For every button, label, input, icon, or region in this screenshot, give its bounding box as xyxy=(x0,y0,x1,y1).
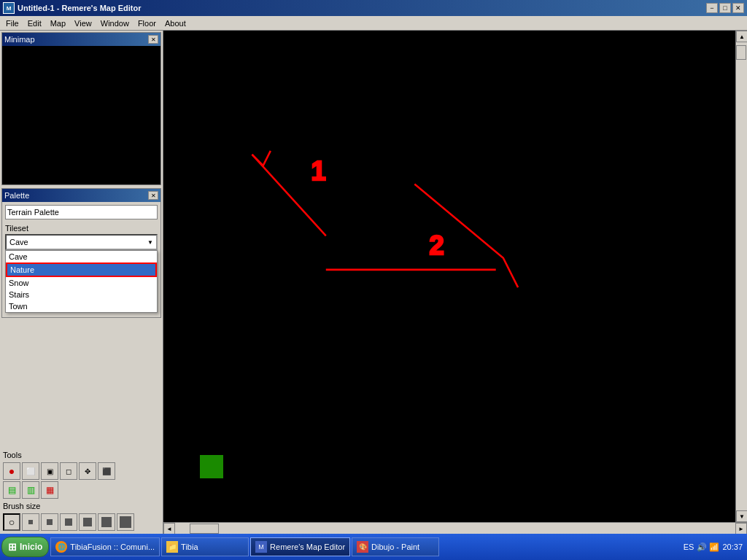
palette-window: Palette ✕ Terrain Palette Doodad Palette… xyxy=(1,188,161,318)
brush-size-xl[interactable] xyxy=(117,513,134,531)
minimap-titlebar: Minimap ✕ xyxy=(2,33,160,46)
tileset-dropdown-arrow-icon: ▼ xyxy=(147,239,153,246)
minimize-button[interactable]: − xyxy=(706,3,718,13)
taskbar-tray: ES 🔊 📶 20:37 xyxy=(681,542,746,552)
tool-green2[interactable]: ▥ xyxy=(22,481,39,499)
restore-button[interactable]: □ xyxy=(719,3,731,13)
tool-eraser[interactable]: ⬜ xyxy=(22,462,39,480)
taskbar-item-tibiafusion[interactable]: 🌐 TibiaFusion :: Comuni... xyxy=(50,537,160,556)
tool-red1[interactable]: ▦ xyxy=(41,481,58,499)
palette-titlebar: Palette ✕ xyxy=(2,189,160,202)
brush-label: Brush size xyxy=(3,502,160,510)
left-panel-spacer xyxy=(0,319,163,448)
tileset-option-stairs[interactable]: Stairs xyxy=(6,289,157,300)
minimap-content xyxy=(2,46,160,184)
red-tool-1-icon: ▦ xyxy=(46,485,54,495)
fill-icon: ▣ xyxy=(47,467,53,475)
brush-size-tiny[interactable] xyxy=(22,513,39,531)
tool-move[interactable]: ✥ xyxy=(79,462,96,480)
green-tool-1-icon: ▤ xyxy=(8,485,16,495)
tool-stamp[interactable]: ⬛ xyxy=(98,462,115,480)
tools-label: Tools xyxy=(3,451,160,459)
minimap-title: Minimap xyxy=(4,35,35,44)
menu-floor[interactable]: Floor xyxy=(133,18,160,29)
left-panel: Minimap ✕ Palette ✕ Terrain Palette Dood… xyxy=(0,31,163,534)
tool-green1[interactable]: ▤ xyxy=(3,481,20,499)
svg-text:2: 2 xyxy=(430,230,444,260)
menu-about[interactable]: About xyxy=(160,18,190,29)
minimap-close-button[interactable]: ✕ xyxy=(148,35,158,44)
scroll-thumb-v[interactable] xyxy=(736,45,746,60)
pencil-icon: ● xyxy=(9,465,15,477)
editor-icon: M xyxy=(255,541,267,553)
tibiafusion-icon: 🌐 xyxy=(55,541,67,553)
close-button[interactable]: ✕ xyxy=(732,3,744,13)
terrain-palette-select[interactable]: Terrain Palette Doodad Palette Item Pale… xyxy=(5,205,158,219)
menu-view[interactable]: View xyxy=(70,18,96,29)
tools-section: Tools ● ⬜ ▣ ◻ ✥ ⬛ xyxy=(0,448,163,534)
clock: 20:37 xyxy=(722,542,743,551)
tileset-option-cave[interactable]: Cave xyxy=(6,251,157,262)
tileset-option-nature[interactable]: Nature xyxy=(6,262,157,277)
brush-size-lg[interactable] xyxy=(98,513,115,531)
canvas-annotations: 1 2 xyxy=(163,31,747,522)
brush-sm1-icon xyxy=(47,519,53,525)
tray-icons: 🔊 📶 xyxy=(697,542,719,552)
taskbar-item-paint[interactable]: 🎨 Dibujo - Paint xyxy=(352,537,439,556)
palette-close-button[interactable]: ✕ xyxy=(148,191,158,200)
paint-label: Dibujo - Paint xyxy=(371,542,419,551)
canvas-container: 1 2 ▲ xyxy=(163,31,747,534)
scroll-track-h xyxy=(175,523,735,534)
tool-select[interactable]: ◻ xyxy=(60,462,77,480)
green-tool-2-icon: ▥ xyxy=(27,485,35,495)
svg-text:1: 1 xyxy=(311,156,326,186)
app-icon: M xyxy=(3,2,15,14)
svg-line-0 xyxy=(252,155,326,236)
taskbar: ⊞ Inicio 🌐 TibiaFusion :: Comuni... 📁 Ti… xyxy=(0,534,747,560)
tileset-label: Tileset xyxy=(5,224,158,233)
tileset-dropdown-container: Cave ▼ Cave Nature Snow Stairs Town xyxy=(5,234,158,250)
tileset-option-snow[interactable]: Snow xyxy=(6,277,157,289)
menu-file[interactable]: File xyxy=(1,18,23,29)
scroll-right-button[interactable]: ► xyxy=(735,523,747,534)
canvas-and-scrollbar: 1 2 ▲ xyxy=(163,31,747,522)
window-title: Untitled-1 - Remere's Map Editor xyxy=(18,4,141,12)
tileset-selected-value: Cave xyxy=(9,238,28,246)
taskbar-item-tibia[interactable]: 📁 Tibia xyxy=(161,537,249,556)
scroll-down-button[interactable]: ▼ xyxy=(736,510,747,522)
scroll-track-v xyxy=(736,42,747,510)
paint-icon: 🎨 xyxy=(357,541,368,553)
minimap-window: Minimap ✕ xyxy=(1,32,161,185)
windows-icon: ⊞ xyxy=(8,541,17,553)
brush-size-md[interactable] xyxy=(79,513,96,531)
move-icon: ✥ xyxy=(85,467,90,475)
title-bar-text: M Untitled-1 - Remere's Map Editor xyxy=(3,2,141,14)
tool-pencil[interactable]: ● xyxy=(3,462,20,480)
select-icon: ◻ xyxy=(66,467,71,475)
tileset-option-town[interactable]: Town xyxy=(6,300,157,312)
menu-bar: File Edit Map View Window Floor About xyxy=(0,16,747,31)
brush-size-sm2[interactable] xyxy=(60,513,77,531)
canvas-area[interactable]: 1 2 ▲ xyxy=(163,31,747,522)
start-button[interactable]: ⊞ Inicio xyxy=(1,537,49,557)
menu-window[interactable]: Window xyxy=(96,18,133,29)
tool-fill[interactable]: ▣ xyxy=(41,462,58,480)
menu-edit[interactable]: Edit xyxy=(23,18,46,29)
eraser-icon: ⬜ xyxy=(26,467,35,475)
scroll-thumb-h[interactable] xyxy=(190,524,219,534)
brush-size-sm1[interactable] xyxy=(41,513,58,531)
brush-size-circle-active[interactable]: ○ xyxy=(3,513,20,531)
brush-row: ○ xyxy=(3,513,160,531)
vertical-scrollbar[interactable]: ▲ ▼ xyxy=(735,31,747,522)
taskbar-item-editor[interactable]: M Remere's Map Editor xyxy=(250,537,350,556)
tileset-selected-display[interactable]: Cave ▼ xyxy=(5,234,158,250)
scroll-up-button[interactable]: ▲ xyxy=(736,31,747,42)
menu-map[interactable]: Map xyxy=(46,18,70,29)
tibia-label: Tibia xyxy=(181,542,198,551)
stamp-icon: ⬛ xyxy=(102,467,111,475)
title-bar: M Untitled-1 - Remere's Map Editor − □ ✕ xyxy=(0,0,747,16)
tools-row-2: ▤ ▥ ▦ xyxy=(3,481,160,499)
scroll-left-button[interactable]: ◄ xyxy=(163,523,175,534)
horizontal-scrollbar[interactable]: ◄ ► xyxy=(163,522,747,534)
tibiafusion-label: TibiaFusion :: Comuni... xyxy=(70,542,155,551)
